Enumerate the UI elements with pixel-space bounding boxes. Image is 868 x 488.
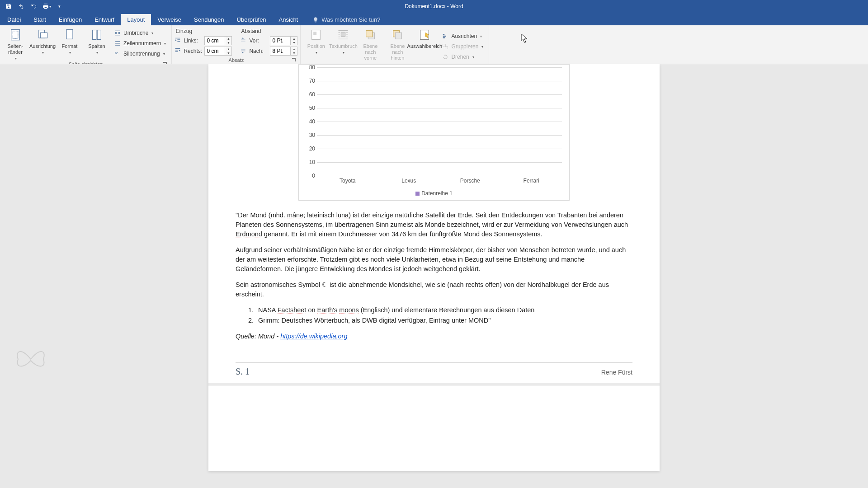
legend-swatch-icon <box>415 192 420 196</box>
spacing-after-field[interactable]: ▲▼ <box>270 47 297 56</box>
svg-rect-5 <box>93 30 96 40</box>
svg-rect-14 <box>396 33 402 39</box>
size-button[interactable]: Format▾ <box>57 26 82 61</box>
chart-ytick: 0 <box>303 173 315 179</box>
list-item: NASA Factsheet on Earth's moons (Englisc… <box>255 305 632 315</box>
title-bar: ▾ ▾ Dokument1.docx - Word <box>0 0 868 13</box>
hyphenation-button[interactable]: bc Silbentrennung▾ <box>111 49 169 59</box>
indent-right-icon <box>175 47 182 55</box>
group-icon <box>442 43 449 50</box>
chart-xlabel: Lexus <box>384 178 433 184</box>
document-body[interactable]: "Der Mond (mhd. mâne; lateinisch luna) i… <box>236 211 632 378</box>
document-area[interactable]: 01020304050607080 ToyotaLexusPorscheFerr… <box>0 64 868 488</box>
author-name: Rene Fürst <box>601 368 632 377</box>
chart-ytick: 60 <box>303 91 315 98</box>
group-paragraph: Einzug Links: ▲▼ Rechts: ▲▼ Abstand Vor: <box>172 25 301 64</box>
reference-list: NASA Factsheet on Earth's moons (Englisc… <box>255 305 632 325</box>
group-page-setup: Seiten- ränder▾ Ausrichtung▾ Format▾ Spa… <box>0 25 172 64</box>
bring-forward-button: Ebene nach vorne▾ <box>358 26 383 67</box>
chart-ytick: 80 <box>303 64 315 70</box>
group-arrange: Position▾ Textumbruch▾ Ebene nach vorne▾… <box>301 25 489 64</box>
ribbon-tabs: Datei Start Einfügen Entwurf Layout Verw… <box>0 13 868 25</box>
tab-start[interactable]: Start <box>27 14 52 25</box>
selection-pane-button[interactable]: Auswahlbereich <box>412 26 437 67</box>
margins-button[interactable]: Seiten- ränder▾ <box>3 26 28 61</box>
spacing-before-down[interactable]: ▼ <box>291 41 297 45</box>
tab-datei[interactable]: Datei <box>1 14 27 25</box>
indent-right-label: Rechts: <box>184 48 203 54</box>
send-backward-icon <box>390 28 405 42</box>
svg-rect-3 <box>40 33 47 38</box>
indent-header: Einzug <box>175 27 232 35</box>
send-backward-button: Ebene nach hinten▾ <box>385 26 410 67</box>
save-button[interactable] <box>3 1 14 11</box>
spacing-before-field[interactable]: ▲▼ <box>270 36 297 45</box>
customize-qat-button[interactable]: ▾ <box>53 1 65 11</box>
chart-gridline <box>317 176 562 176</box>
source-line: Quelle: Mond - https://de.wikipedia.org <box>236 332 632 341</box>
paragraph-1: "Der Mond (mhd. mâne; lateinisch luna) i… <box>236 211 632 239</box>
tab-sendungen[interactable]: Sendungen <box>188 14 231 25</box>
line-numbers-icon <box>114 40 121 47</box>
columns-icon <box>90 28 104 42</box>
tab-ueberpruefen[interactable]: Überprüfen <box>231 14 273 25</box>
svg-rect-17 <box>443 36 446 37</box>
chart-xlabel: Ferrari <box>507 178 556 184</box>
breaks-icon <box>114 29 121 37</box>
chart-ytick: 40 <box>303 118 315 125</box>
page-number: S. 1 <box>236 365 250 378</box>
align-button[interactable]: Ausrichten▾ <box>439 31 486 41</box>
undo-button[interactable] <box>15 1 27 11</box>
tab-verweise[interactable]: Verweise <box>151 14 188 25</box>
chart-ytick: 20 <box>303 145 315 152</box>
chart-ytick: 30 <box>303 132 315 138</box>
hyphenation-icon: bc <box>114 50 121 57</box>
line-numbers-button[interactable]: Zeilennummern▾ <box>111 38 169 48</box>
paragraph-launcher[interactable] <box>291 57 297 63</box>
quick-print-button[interactable]: ▾ <box>41 1 52 11</box>
indent-right-field[interactable]: ▲▼ <box>204 47 232 56</box>
page: 01020304050607080 ToyotaLexusPorscheFerr… <box>208 64 660 471</box>
breaks-button[interactable]: Umbrüche▾ <box>111 28 169 38</box>
spacing-header: Abstand <box>240 27 297 35</box>
text-wrap-button: Textumbruch▾ <box>330 26 356 67</box>
indent-right-up[interactable]: ▲ <box>225 47 231 51</box>
spacing-before-up[interactable]: ▲ <box>291 37 297 41</box>
tab-ansicht[interactable]: Ansicht <box>273 14 305 25</box>
redo-button[interactable] <box>28 1 40 11</box>
columns-button[interactable]: Spalten▾ <box>84 26 109 61</box>
tab-einfuegen[interactable]: Einfügen <box>52 14 88 25</box>
next-page-top <box>236 385 632 404</box>
indent-left-up[interactable]: ▲ <box>225 37 231 41</box>
lightbulb-icon <box>312 17 319 23</box>
chart[interactable]: 01020304050607080 ToyotaLexusPorscheFerr… <box>298 64 570 201</box>
spacing-after-up[interactable]: ▲ <box>291 47 297 51</box>
rotate-icon <box>442 53 449 61</box>
bring-forward-icon <box>363 28 377 42</box>
chart-ytick: 50 <box>303 105 315 111</box>
tab-layout[interactable]: Layout <box>121 14 151 25</box>
svg-rect-16 <box>443 34 445 35</box>
size-icon <box>62 28 77 42</box>
chart-xlabel: Toyota <box>323 178 372 184</box>
source-link[interactable]: https://de.wikipedia.org <box>280 333 347 340</box>
chart-xlabel: Porsche <box>446 178 495 184</box>
quick-access-toolbar: ▾ ▾ <box>0 1 65 11</box>
group-label-paragraph: Absatz <box>175 57 297 64</box>
position-button: Position▾ <box>303 26 329 67</box>
group-objects-button: Gruppieren▾ <box>439 42 486 52</box>
indent-left-down[interactable]: ▼ <box>225 41 231 45</box>
indent-right-down[interactable]: ▼ <box>225 51 231 55</box>
tab-entwurf[interactable]: Entwurf <box>88 14 121 25</box>
indent-left-field[interactable]: ▲▼ <box>204 36 232 45</box>
svg-rect-10 <box>341 32 345 36</box>
spacing-after-down[interactable]: ▼ <box>291 51 297 55</box>
selection-pane-icon <box>417 28 432 42</box>
indent-left-icon <box>175 37 182 44</box>
orientation-icon <box>35 28 50 42</box>
spacing-before-label: Vor: <box>249 38 268 44</box>
orientation-button[interactable]: Ausrichtung▾ <box>30 26 55 61</box>
paragraph-2: Aufgrund seiner verhältnismäßigen Nähe i… <box>236 245 632 274</box>
tell-me-search[interactable]: Was möchten Sie tun? <box>309 14 384 25</box>
rotate-button: Drehen▾ <box>439 52 486 62</box>
